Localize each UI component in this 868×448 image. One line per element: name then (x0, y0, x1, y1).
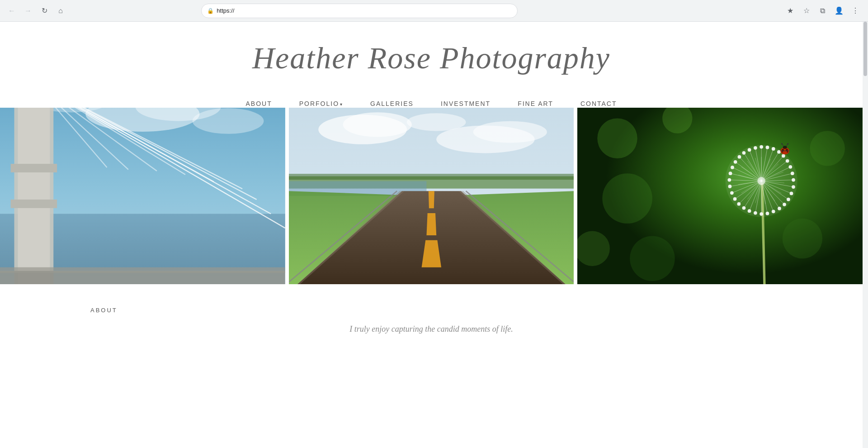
svg-point-78 (778, 206, 781, 210)
svg-point-88 (748, 209, 751, 213)
nav-list: ABOUT PORFOLIO▾ GALLERIES INVESTMENT (245, 100, 617, 108)
svg-point-102 (729, 172, 732, 175)
browser-actions: ★ ☆ ⧉ 👤 ⋮ (783, 4, 863, 18)
svg-point-90 (742, 206, 746, 210)
site-title: Heather Rose Photography (9, 40, 854, 77)
svg-point-82 (766, 211, 769, 215)
nav-link-about[interactable]: ABOUT (245, 100, 272, 107)
forward-button[interactable]: → (22, 5, 34, 17)
nav-item-portfolio: PORFOLIO▾ (299, 100, 343, 108)
svg-point-26 (407, 113, 466, 131)
photo-grid (0, 108, 863, 284)
svg-point-134 (782, 149, 784, 151)
nav-link-portfolio[interactable]: PORFOLIO▾ (299, 100, 343, 107)
photo-bridge (0, 108, 285, 284)
url-text: https:// (217, 7, 234, 14)
nav-link-contact[interactable]: CONTACT (580, 100, 617, 107)
nav-link-investment[interactable]: INVESTMENT (441, 100, 491, 107)
svg-point-52 (760, 145, 764, 148)
svg-point-106 (734, 160, 737, 163)
nav-item-fine-art: FINE ART (518, 100, 553, 108)
reload-button[interactable]: ↻ (38, 5, 51, 17)
svg-point-96 (730, 191, 734, 195)
browser-chrome: ← → ↻ ⌂ 🔒 https:// ★ ☆ ⧉ 👤 ⋮ (0, 0, 868, 22)
nav-item-investment: INVESTMENT (441, 100, 491, 108)
svg-rect-9 (11, 199, 57, 208)
svg-point-108 (738, 155, 741, 158)
nav-item-galleries: GALLERIES (370, 100, 414, 108)
svg-point-137 (787, 151, 788, 153)
svg-marker-35 (428, 191, 434, 208)
svg-point-114 (754, 146, 757, 150)
svg-point-98 (728, 185, 732, 188)
svg-point-94 (733, 197, 737, 200)
svg-point-112 (748, 148, 751, 152)
svg-point-3 (193, 108, 264, 134)
main-navigation: ABOUT PORFOLIO▾ GALLERIES INVESTMENT (0, 91, 863, 108)
svg-point-138 (783, 146, 787, 149)
svg-point-46 (810, 131, 845, 166)
svg-point-45 (630, 236, 675, 281)
extensions-button[interactable]: ★ (783, 4, 797, 18)
profile-button[interactable]: 👤 (832, 4, 846, 18)
home-button[interactable]: ⌂ (54, 5, 67, 17)
about-tagline: I truly enjoy capturing the candid momen… (90, 324, 772, 334)
nav-link-galleries[interactable]: GALLERIES (370, 100, 414, 107)
scrollbar-track[interactable] (863, 22, 868, 352)
svg-point-68 (792, 178, 795, 181)
svg-point-80 (772, 210, 775, 213)
svg-point-141 (781, 143, 783, 144)
svg-point-70 (792, 185, 795, 189)
site-header: Heather Rose Photography (0, 22, 863, 91)
scrollbar-thumb[interactable] (863, 22, 867, 76)
svg-point-100 (728, 178, 731, 181)
svg-rect-20 (0, 267, 285, 273)
nav-item-contact: CONTACT (580, 100, 617, 108)
svg-point-74 (787, 197, 790, 201)
svg-rect-8 (11, 164, 57, 172)
about-section: ABOUT I truly enjoy capturing the candid… (0, 284, 863, 352)
svg-point-58 (777, 150, 781, 153)
svg-point-56 (772, 147, 775, 151)
dropdown-arrow-icon: ▾ (340, 102, 343, 107)
svg-rect-7 (18, 108, 50, 284)
svg-point-86 (754, 211, 757, 214)
menu-button[interactable]: ⋮ (848, 4, 863, 18)
page-wrapper: Heather Rose Photography ABOUT PORFOLIO▾… (0, 22, 868, 352)
svg-point-23 (343, 112, 411, 137)
back-button[interactable]: ← (5, 5, 18, 17)
svg-point-25 (473, 121, 547, 143)
about-heading: ABOUT (90, 307, 772, 314)
photo-road (285, 108, 574, 284)
svg-point-60 (782, 154, 785, 157)
svg-rect-28 (289, 174, 574, 180)
nav-link-fine-art[interactable]: FINE ART (518, 100, 553, 107)
svg-point-54 (766, 145, 769, 149)
photo-dandelion (574, 108, 863, 284)
svg-point-64 (789, 165, 793, 169)
svg-marker-36 (426, 213, 436, 235)
svg-point-104 (731, 166, 734, 169)
svg-point-110 (742, 151, 746, 155)
svg-point-47 (783, 218, 823, 258)
favorites-button[interactable]: ☆ (799, 4, 814, 18)
collections-button[interactable]: ⧉ (816, 4, 830, 18)
svg-point-62 (786, 159, 789, 162)
svg-point-41 (598, 118, 638, 158)
nav-item-about: ABOUT (245, 100, 272, 108)
lock-icon: 🔒 (207, 8, 214, 14)
svg-point-131 (758, 177, 766, 185)
svg-point-135 (786, 149, 788, 151)
address-bar[interactable]: 🔒 https:// (201, 4, 518, 18)
svg-point-92 (737, 202, 741, 205)
svg-point-84 (760, 212, 764, 216)
svg-point-66 (791, 172, 794, 175)
svg-point-142 (787, 143, 788, 144)
svg-point-43 (603, 173, 653, 224)
svg-point-136 (782, 151, 783, 153)
svg-point-72 (790, 191, 793, 195)
svg-point-76 (783, 203, 787, 206)
